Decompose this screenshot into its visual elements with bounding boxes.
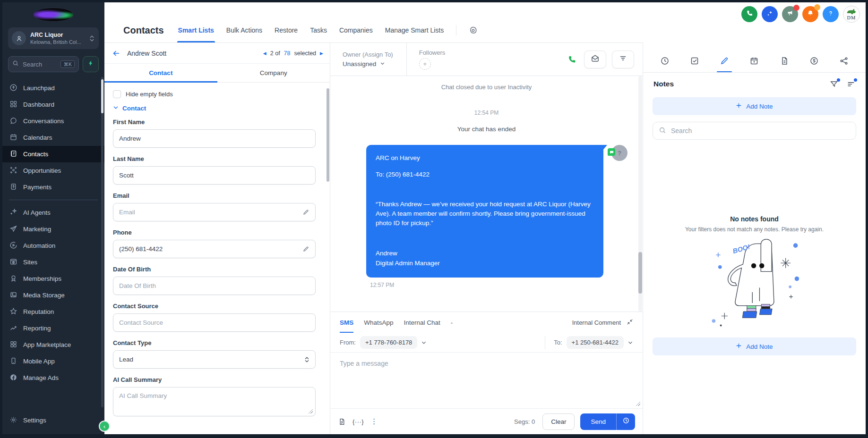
sidebar-item-settings[interactable]: Settings: [2, 412, 104, 429]
sidebar-item-reputation[interactable]: Reputation: [2, 303, 104, 320]
tab-manage-smart-lists[interactable]: Manage Smart Lists: [385, 18, 444, 42]
tab-more[interactable]: -: [451, 312, 453, 333]
clear-button[interactable]: Clear: [542, 413, 575, 430]
ai-call-summary-textarea[interactable]: AI Call Summary: [113, 387, 316, 416]
pager-prev-icon[interactable]: ◀: [263, 51, 266, 56]
tab-companies[interactable]: Companies: [339, 18, 373, 42]
send-button[interactable]: Send: [580, 413, 616, 430]
sidebar-item-dashboard[interactable]: Dashboard: [2, 96, 104, 113]
from-number-pill[interactable]: +1 778-760-8178: [360, 336, 417, 349]
dob-input[interactable]: Date Of Birth: [113, 277, 316, 295]
sidebar-collapse-button[interactable]: ‹: [99, 421, 110, 432]
resize-handle[interactable]: [636, 402, 640, 406]
sidebar-item-opportunities[interactable]: Opportunities: [2, 162, 104, 179]
last-name-input[interactable]: Scott: [113, 166, 316, 185]
email-input[interactable]: Email: [113, 203, 316, 221]
sidebar-item-ai-agents[interactable]: AI Agents: [2, 204, 104, 221]
help-button[interactable]: [823, 6, 839, 22]
sidebar-search-input[interactable]: Search ⌘K: [8, 56, 79, 72]
first-name-input[interactable]: Andrew: [113, 129, 316, 148]
add-follower-button[interactable]: +: [419, 58, 431, 70]
sidebar-item-calendars[interactable]: Calendars: [2, 129, 104, 146]
internal-comment-toggle[interactable]: Internal Comment: [572, 319, 633, 327]
tab-activity-clock-icon[interactable]: [657, 49, 672, 72]
hide-empty-checkbox[interactable]: [113, 90, 121, 98]
resize-handle[interactable]: [309, 409, 313, 413]
sidebar-item-payments[interactable]: Payments: [2, 179, 104, 195]
sidebar-item-app-marketplace[interactable]: App Marketplace: [2, 337, 104, 353]
chevron-down-icon[interactable]: [421, 340, 427, 345]
sms-message-bubble[interactable]: ARC on Harvey To: (250) 681-4422 “Thanks…: [366, 145, 603, 278]
edit-pencil-icon[interactable]: [302, 209, 309, 216]
sidebar-item-launchpad[interactable]: Launchpad: [2, 80, 104, 96]
tab-payments-s-circle-icon[interactable]: [807, 49, 822, 72]
tab-smart-lists[interactable]: Smart Lists: [178, 18, 214, 42]
phone-input[interactable]: (250) 681-4422: [113, 240, 316, 258]
notes-filter-funnel-icon[interactable]: [830, 80, 838, 88]
sidebar-scrollbar[interactable]: [101, 77, 103, 407]
collapse-arrows-icon[interactable]: [627, 319, 633, 327]
field-placeholder: Email: [119, 209, 302, 216]
account-switcher[interactable]: ARC Liquor Kelowna, British Col...: [8, 27, 99, 49]
add-note-button-bottom[interactable]: Add Note: [653, 337, 856, 355]
sidebar-item-manage-ads[interactable]: Manage Ads: [2, 370, 104, 386]
chevron-down-icon[interactable]: [627, 340, 633, 345]
edit-pencil-icon[interactable]: [302, 245, 309, 253]
tab-notes-pencil-icon[interactable]: [717, 49, 732, 72]
call-contact-icon[interactable]: [567, 55, 576, 64]
tab-whatsapp[interactable]: WhatsApp: [364, 312, 393, 333]
sidebar-scrollbar-thumb[interactable]: [101, 79, 103, 113]
contact-source-input[interactable]: Contact Source: [113, 313, 316, 332]
sidebar-item-mobile-app[interactable]: Mobile App: [2, 353, 104, 370]
notifications-button[interactable]: [802, 6, 818, 22]
tab-restore[interactable]: Restore: [275, 18, 298, 42]
tab-associations-share-icon[interactable]: [836, 49, 851, 72]
tab-tasks-check-icon[interactable]: [687, 49, 702, 72]
sidebar-item-automation[interactable]: Automation: [2, 237, 104, 254]
pager-next-icon[interactable]: ▶: [320, 51, 323, 56]
user-avatar[interactable]: DM: [843, 6, 860, 23]
chat-scrollbar[interactable]: [638, 76, 642, 312]
pager-total[interactable]: 78: [284, 50, 291, 57]
chevron-updown-icon[interactable]: [89, 34, 95, 42]
tab-contact[interactable]: Contact: [104, 64, 217, 82]
back-arrow-icon[interactable]: [112, 49, 120, 58]
sidebar-item-media-storage[interactable]: Media Storage: [2, 287, 104, 303]
hide-empty-label: Hide empty fields: [126, 91, 173, 98]
add-note-button-top[interactable]: Add Note: [653, 97, 856, 115]
contact-panel-scrollbar[interactable]: [327, 88, 329, 182]
custom-values-button[interactable]: {···}: [352, 418, 364, 425]
sidebar-item-memberships[interactable]: Memberships: [2, 270, 104, 287]
message-input[interactable]: Type a message: [330, 353, 643, 408]
notes-sort-lines-icon[interactable]: [847, 80, 855, 88]
contact-type-select[interactable]: Lead: [113, 350, 316, 369]
sidebar-item-marketing[interactable]: Marketing: [2, 221, 104, 237]
owner-dropdown[interactable]: Unassigned: [343, 60, 393, 67]
tab-internal-chat[interactable]: Internal Chat: [404, 312, 440, 333]
filter-messages-button[interactable]: [612, 51, 634, 68]
sidebar-item-conversations[interactable]: Conversations: [2, 113, 104, 129]
templates-button[interactable]: [338, 418, 346, 426]
chat-scrollbar-thumb[interactable]: [638, 252, 642, 294]
tab-appointments-calendar-icon[interactable]: [747, 49, 762, 72]
tab-company[interactable]: Company: [217, 64, 330, 82]
contact-section-header[interactable]: Contact: [113, 105, 316, 112]
ai-assistant-button[interactable]: [762, 6, 778, 22]
sidebar-item-contacts[interactable]: Contacts: [2, 146, 104, 162]
sidebar-item-sites[interactable]: Sites: [2, 254, 104, 270]
contacts-settings-gear-icon[interactable]: [469, 26, 478, 35]
tab-tasks[interactable]: Tasks: [310, 18, 327, 42]
email-thread-button[interactable]: [584, 51, 606, 68]
more-options-kebab-icon[interactable]: ⋮: [370, 417, 378, 426]
phone-dialer-button[interactable]: [741, 6, 757, 22]
tab-sms[interactable]: SMS: [340, 312, 353, 333]
quick-actions-button[interactable]: [83, 56, 99, 72]
tab-bulk-actions[interactable]: Bulk Actions: [226, 18, 262, 42]
tab-documents-file-icon[interactable]: [777, 49, 792, 72]
announcements-button[interactable]: [782, 6, 798, 22]
schedule-send-button[interactable]: [616, 413, 635, 430]
sidebar-item-reporting[interactable]: Reporting: [2, 320, 104, 337]
to-number-pill[interactable]: +1 250-681-4422: [567, 336, 624, 349]
sidebar-item-label: AI Agents: [23, 209, 51, 216]
notes-search-input[interactable]: Search: [653, 122, 856, 140]
